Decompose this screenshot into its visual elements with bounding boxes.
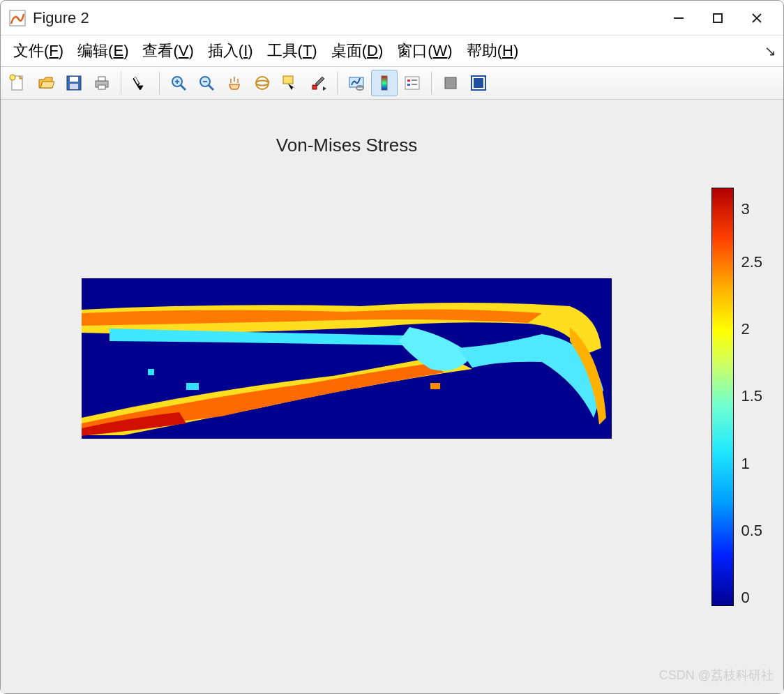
svg-rect-32 bbox=[407, 84, 410, 86]
svg-marker-26 bbox=[323, 86, 326, 91]
menu-help[interactable]: 帮助(H) bbox=[460, 38, 526, 64]
colorbar-tick: 1.5 bbox=[741, 389, 762, 404]
svg-rect-35 bbox=[445, 77, 456, 89]
colorbar-ticks: 3 2.5 2 1.5 1 0.5 0 bbox=[741, 188, 762, 606]
colorbar-tick: 2 bbox=[741, 322, 762, 337]
menubar: 文件(F) 编辑(E) 查看(V) 插入(I) 工具(T) 桌面(D) 窗口(W… bbox=[1, 36, 783, 66]
figure-canvas[interactable]: Von-Mises Stress bbox=[1, 100, 783, 693]
colorbar-tick: 0.5 bbox=[741, 523, 762, 538]
colorbar-tick: 3 bbox=[741, 202, 762, 217]
link-plot-icon[interactable] bbox=[343, 70, 370, 96]
toolbar bbox=[1, 66, 783, 100]
menu-insert[interactable]: 插入(I) bbox=[201, 38, 260, 64]
pan-icon[interactable] bbox=[221, 70, 248, 96]
toolbar-separator bbox=[431, 72, 432, 94]
svg-point-21 bbox=[256, 77, 269, 89]
svg-rect-25 bbox=[312, 85, 317, 89]
heatmap-image bbox=[82, 278, 612, 439]
svg-line-15 bbox=[181, 85, 186, 90]
brush-icon[interactable] bbox=[305, 70, 331, 96]
watermark: CSDN @荔枝科研社 bbox=[659, 667, 774, 684]
menu-view[interactable]: 查看(V) bbox=[135, 38, 200, 64]
minimize-button[interactable] bbox=[661, 4, 697, 32]
app-icon bbox=[9, 10, 26, 27]
legend-icon[interactable] bbox=[399, 70, 425, 96]
figure-window: Figure 2 文件(F) 编辑(E) 查看(V) 插入(I) 工具(T) 桌… bbox=[0, 0, 784, 694]
undock-icon[interactable]: ↘ bbox=[764, 43, 776, 59]
svg-rect-39 bbox=[186, 383, 199, 390]
menu-edit[interactable]: 编辑(E) bbox=[70, 38, 135, 64]
open-icon[interactable] bbox=[33, 70, 59, 96]
svg-rect-12 bbox=[98, 77, 105, 81]
colorbar-icon[interactable] bbox=[371, 70, 398, 96]
svg-rect-13 bbox=[98, 85, 105, 89]
data-cursor-icon[interactable] bbox=[277, 70, 303, 96]
rotate3d-icon[interactable] bbox=[249, 70, 276, 96]
colorbar-area: 3 2.5 2 1.5 1 0.5 0 bbox=[672, 142, 762, 651]
hide-tools-icon[interactable] bbox=[437, 70, 464, 96]
titlebar: Figure 2 bbox=[1, 1, 783, 36]
colorbar[interactable] bbox=[711, 188, 734, 606]
zoom-in-icon[interactable] bbox=[165, 70, 192, 96]
maximize-button[interactable] bbox=[700, 4, 736, 32]
menu-file[interactable]: 文件(F) bbox=[6, 38, 70, 64]
edit-plot-icon[interactable] bbox=[127, 70, 153, 96]
svg-rect-41 bbox=[430, 383, 440, 389]
svg-rect-37 bbox=[474, 78, 483, 88]
menu-window[interactable]: 窗口(W) bbox=[390, 38, 459, 64]
window-title: Figure 2 bbox=[33, 9, 89, 27]
dock-icon[interactable] bbox=[465, 70, 492, 96]
svg-rect-31 bbox=[407, 80, 410, 82]
plot-title: Von-Mises Stress bbox=[276, 135, 417, 156]
toolbar-separator bbox=[121, 72, 121, 94]
menu-tools[interactable]: 工具(T) bbox=[260, 38, 324, 64]
svg-rect-9 bbox=[70, 77, 78, 82]
colorbar-tick: 2.5 bbox=[741, 255, 762, 270]
svg-point-7 bbox=[10, 75, 15, 80]
axes[interactable]: Von-Mises Stress bbox=[22, 128, 672, 651]
close-button[interactable] bbox=[739, 4, 775, 32]
svg-rect-2 bbox=[714, 14, 722, 22]
svg-rect-29 bbox=[382, 76, 387, 90]
zoom-out-icon[interactable] bbox=[193, 70, 220, 96]
save-icon[interactable] bbox=[61, 70, 87, 96]
colorbar-tick: 0 bbox=[741, 590, 762, 605]
new-figure-icon[interactable] bbox=[5, 70, 31, 96]
toolbar-separator bbox=[159, 72, 160, 94]
svg-point-28 bbox=[356, 86, 363, 90]
toolbar-separator bbox=[337, 72, 338, 94]
menu-desktop[interactable]: 桌面(D) bbox=[324, 38, 391, 64]
svg-rect-10 bbox=[70, 84, 78, 89]
svg-line-19 bbox=[209, 85, 213, 90]
svg-rect-24 bbox=[283, 76, 293, 84]
svg-rect-30 bbox=[405, 77, 419, 89]
print-icon[interactable] bbox=[89, 70, 115, 96]
colorbar-tick: 1 bbox=[741, 456, 762, 472]
svg-rect-40 bbox=[148, 369, 154, 375]
